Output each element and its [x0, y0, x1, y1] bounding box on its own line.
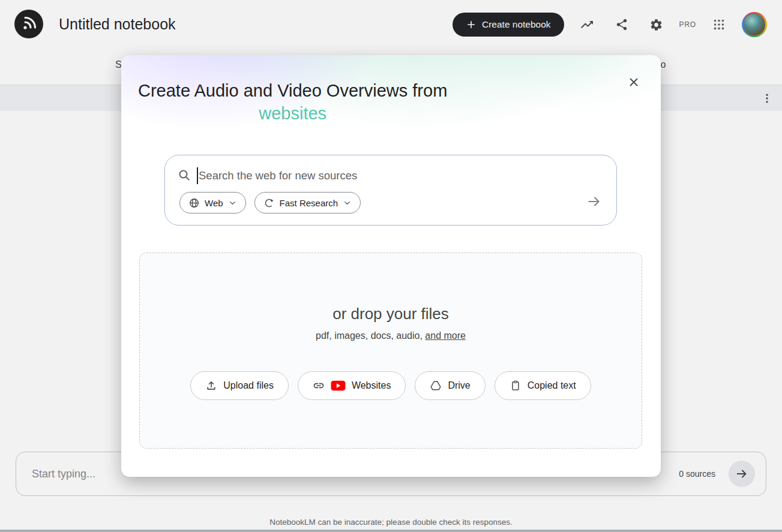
search-submit-button[interactable] [584, 191, 604, 212]
copied-text-label: Copied text [528, 380, 576, 391]
search-icon [177, 168, 191, 182]
dropzone-heading: or drop your files [332, 305, 449, 323]
search-box: Web Fast Research [164, 155, 617, 226]
websites-button[interactable]: Websites [298, 371, 406, 400]
chevron-down-icon [343, 199, 352, 208]
dialog-title-highlight: websites [259, 104, 326, 123]
link-icon [313, 380, 325, 392]
dialog-title-text: Create Audio and Video Overviews from [138, 81, 447, 100]
upload-icon [205, 380, 217, 392]
dialog-title: Create Audio and Video Overviews from we… [138, 79, 447, 125]
close-button[interactable] [622, 70, 646, 94]
sparkle-arc-icon [263, 197, 275, 209]
upload-files-label: Upload files [223, 380, 274, 391]
formats-text: pdf, images, docs, audio, [316, 330, 425, 341]
youtube-icon [331, 380, 346, 391]
web-source-chip[interactable]: Web [179, 192, 246, 214]
upload-files-button[interactable]: Upload files [190, 371, 289, 400]
websites-label: Websites [352, 380, 391, 391]
research-mode-chip[interactable]: Fast Research [254, 192, 361, 214]
chevron-down-icon [228, 199, 237, 208]
search-filter-chips: Web Fast Research [179, 192, 361, 214]
drive-icon [430, 380, 442, 392]
source-buttons-row: Upload files Websites Dr [190, 371, 591, 400]
search-input[interactable] [199, 165, 571, 187]
arrow-right-icon [586, 194, 602, 209]
globe-icon [188, 197, 200, 209]
notebooklm-app: Untitled notebook Create notebook [0, 0, 782, 532]
dropzone-formats: pdf, images, docs, audio, and more [316, 330, 466, 341]
web-chip-label: Web [205, 198, 223, 208]
create-sources-dialog: Create Audio and Video Overviews from we… [121, 55, 661, 477]
close-icon [627, 76, 640, 89]
text-cursor [197, 167, 198, 184]
research-chip-label: Fast Research [280, 198, 338, 208]
and-more-link[interactable]: and more [425, 330, 466, 341]
file-dropzone[interactable]: or drop your files pdf, images, docs, au… [139, 253, 642, 449]
drive-button[interactable]: Drive [415, 371, 485, 400]
copied-text-button[interactable]: Copied text [495, 371, 591, 400]
clipboard-icon [510, 380, 522, 392]
drive-label: Drive [448, 380, 470, 391]
